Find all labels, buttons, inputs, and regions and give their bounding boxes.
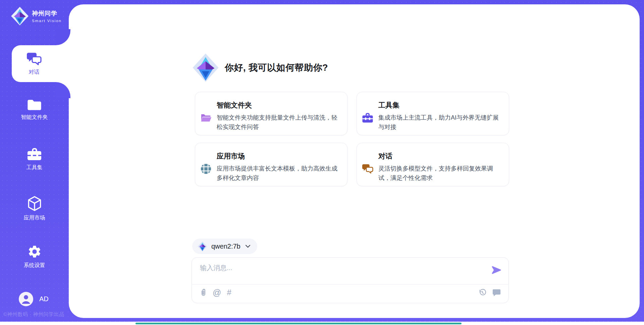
sidebar-item-app-market[interactable]: 应用市场 (0, 196, 69, 221)
attach-file-button[interactable] (200, 288, 207, 297)
chat-icon (26, 52, 42, 66)
card-chat[interactable]: 对话 灵活切换多模型文件，支持多样回复效果调试，满足个性化需求 (357, 143, 509, 186)
model-diamond-icon (198, 241, 207, 252)
greeting: 你好, 我可以如何帮助你? (192, 53, 328, 82)
teal-bottom-bar (136, 323, 462, 324)
sidebar-item-smart-folder[interactable]: 智能文件夹 (0, 99, 69, 121)
chat-bubble-icon (492, 289, 501, 297)
composer-tools-left: @ # (200, 288, 231, 297)
assistant-diamond-icon (192, 53, 219, 82)
user-name: AD (39, 295, 49, 303)
sidebar-item-chat[interactable]: 对话 (12, 45, 70, 82)
card-toolset[interactable]: 工具集 集成市场上主流工具，助力AI与外界无缝扩展与对接 (357, 92, 509, 135)
history-button[interactable] (479, 289, 486, 297)
brand-diamond-icon (11, 6, 29, 26)
gear-icon (27, 244, 42, 259)
card-description: 灵活切换多模型文件，支持多样回复效果调试，满足个性化需求 (378, 164, 501, 183)
message-input[interactable] (200, 263, 482, 281)
card-title: 工具集 (378, 101, 501, 110)
briefcase-icon (27, 148, 42, 161)
grid-globe-icon (200, 152, 212, 186)
brand-subtitle: Smart Vision (32, 19, 62, 23)
folder-icon (27, 99, 42, 111)
user-profile[interactable]: AD (19, 292, 49, 306)
sidebar-item-label: 系统设置 (24, 262, 45, 269)
mention-button[interactable]: @ (213, 288, 221, 297)
card-title: 应用市场 (217, 151, 339, 161)
history-icon (479, 289, 486, 297)
hashtag-button[interactable]: # (227, 288, 231, 297)
message-composer: @ # (192, 257, 509, 303)
sidebar: 神州问学 Smart Vision 对话 智能文件夹 工具集 (0, 0, 69, 325)
card-smart-folder[interactable]: 智能文件夹 智能文件夹功能支持批量文件上传与清洗，轻松实现文件问答 (195, 92, 347, 135)
cube-icon (27, 196, 42, 211)
chat-bubble-icon (362, 152, 373, 186)
pill-curve-top (56, 29, 70, 45)
card-title: 对话 (378, 151, 501, 161)
sidebar-item-label: 对话 (29, 69, 40, 76)
pill-curve-bottom (56, 82, 70, 98)
card-description: 应用市场提供丰富长文本模板，助力高效生成多样化文章内容 (217, 164, 339, 183)
sidebar-item-label: 工具集 (26, 164, 43, 171)
greeting-title: 你好, 我可以如何帮助你? (225, 62, 328, 74)
model-name: qwen2:7b (211, 243, 240, 250)
briefcase-icon (362, 101, 373, 135)
card-description: 集成市场上主流工具，助力AI与外界无缝扩展与对接 (378, 113, 501, 132)
open-folder-icon (200, 101, 212, 135)
send-icon (491, 266, 501, 274)
brand-logo: 神州问学 Smart Vision (11, 6, 62, 26)
card-title: 智能文件夹 (217, 101, 339, 110)
chat-log-button[interactable] (492, 289, 501, 297)
sidebar-item-label: 智能文件夹 (21, 114, 48, 121)
chevron-down-icon (245, 245, 251, 248)
brand-name: 神州问学 (32, 9, 62, 17)
feature-cards: 智能文件夹 智能文件夹功能支持批量文件上传与清洗，轻松实现文件问答 工具集 集成… (195, 92, 509, 186)
sidebar-item-toolset[interactable]: 工具集 (0, 148, 69, 171)
model-selector[interactable]: qwen2:7b (192, 239, 257, 254)
sidebar-item-settings[interactable]: 系统设置 (0, 244, 69, 269)
copyright-footer: ©神州数码 · 神州问学出品 (3, 311, 70, 318)
paperclip-icon (200, 288, 207, 297)
composer-tools-right (479, 289, 501, 297)
user-avatar-icon (19, 292, 33, 306)
sidebar-item-label: 应用市场 (24, 214, 45, 221)
card-description: 智能文件夹功能支持批量文件上传与清洗，轻松实现文件问答 (217, 113, 339, 132)
send-button[interactable] (491, 266, 501, 275)
composer-divider (192, 284, 508, 284)
card-app-market[interactable]: 应用市场 应用市场提供丰富长文本模板，助力高效生成多样化文章内容 (195, 143, 347, 186)
